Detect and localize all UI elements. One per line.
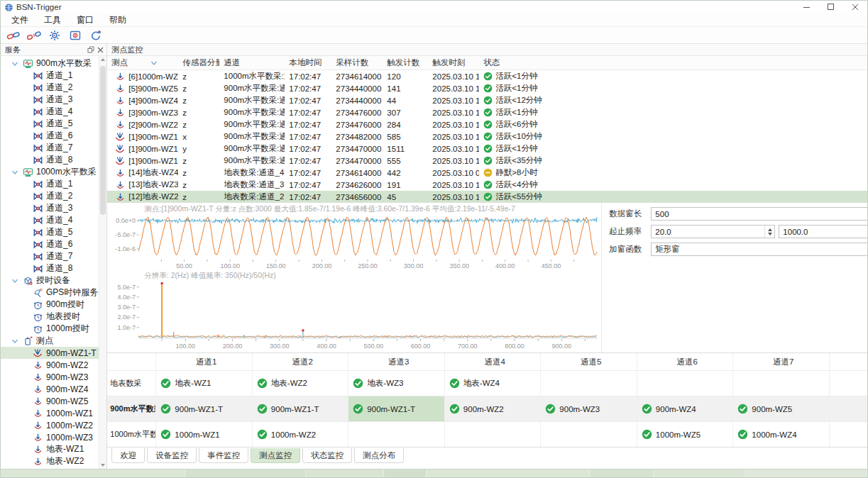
- assign-column-header[interactable]: 通道5: [540, 353, 637, 370]
- sidebar-item[interactable]: 通道_7: [1, 142, 106, 154]
- disconnect-icon[interactable]: [26, 28, 42, 43]
- chevron-down-icon[interactable]: [11, 278, 19, 284]
- column-header[interactable]: 本地时间: [285, 57, 331, 68]
- sidebar-item[interactable]: 地表授时: [1, 311, 106, 323]
- menu-item[interactable]: 窗口: [69, 14, 101, 26]
- freq-to-input[interactable]: [779, 226, 868, 238]
- assign-column-header[interactable]: 通道6: [637, 353, 733, 370]
- sidebar-item[interactable]: 通道_2: [1, 190, 106, 202]
- tab-active[interactable]: 测点监控: [251, 448, 300, 463]
- assign-cell[interactable]: 900m-WZ1-T: [348, 396, 444, 421]
- table-row[interactable]: [5]900m-WZ5z900m水平数采:通道_717:02:472734440…: [107, 82, 868, 94]
- sidebar-item[interactable]: 1000m水平数采: [1, 166, 106, 178]
- sidebar-item[interactable]: 900m-WZ3: [1, 371, 106, 383]
- table-row[interactable]: [1]900m-WZ1-Tx900m水平数采:通道_117:02:4727344…: [107, 130, 868, 143]
- assign-column-header[interactable]: 通道3: [348, 353, 444, 370]
- tab-item[interactable]: 事件监控: [199, 448, 248, 463]
- table-row[interactable]: [4]900m-WZ4z900m水平数采:通道_617:02:472734440…: [107, 94, 868, 106]
- sidebar-item[interactable]: 通道_4: [1, 106, 106, 118]
- assign-cell[interactable]: 900m-WZ2: [444, 396, 541, 421]
- sidebar-item[interactable]: 1000m-WZ1: [1, 407, 106, 419]
- sidebar-item[interactable]: 通道_8: [1, 262, 106, 274]
- table-row[interactable]: [13]地表-WZ3z地表数采:通道_317:02:47273462600019…: [107, 179, 868, 191]
- assign-column-header[interactable]: 通道1: [155, 353, 252, 370]
- close-panel-icon[interactable]: [97, 47, 104, 53]
- sidebar-item[interactable]: 通道_7: [1, 250, 106, 262]
- sidebar-item[interactable]: 900m-WZ4: [1, 383, 106, 395]
- window-fn-select[interactable]: 矩形窗: [651, 243, 868, 256]
- tab-item[interactable]: 欢迎: [111, 448, 145, 463]
- assign-cell[interactable]: 地表-WZ1: [155, 370, 252, 396]
- column-header[interactable]: 传感器分量: [178, 57, 219, 68]
- assign-cell[interactable]: 地表-WZ2: [252, 370, 348, 396]
- sidebar-item[interactable]: 900m授时: [1, 299, 106, 311]
- column-header[interactable]: 通道: [219, 57, 285, 68]
- sidebar-item[interactable]: 通道_8: [1, 154, 106, 166]
- sidebar-item[interactable]: 900m-WZ1-T: [1, 347, 106, 359]
- sidebar-item[interactable]: 授时设备: [1, 274, 106, 287]
- sidebar-item[interactable]: 通道_4: [1, 214, 106, 226]
- assign-cell[interactable]: 1000m-WZ5: [637, 421, 733, 447]
- maximize-button[interactable]: [819, 1, 843, 13]
- freq-from-input[interactable]: [652, 226, 764, 238]
- sidebar-item[interactable]: 1000m-WZ2: [1, 419, 106, 431]
- monitor-icon[interactable]: [67, 28, 83, 43]
- scroll-down-icon[interactable]: [99, 462, 106, 469]
- sidebar-item[interactable]: 通道_6: [1, 130, 106, 142]
- sidebar-item[interactable]: 1000m授时: [1, 323, 106, 335]
- sidebar-scrollbar[interactable]: [99, 56, 106, 469]
- table-row[interactable]: [14]地表-WZ4z地表数采:通道_417:02:47273461400044…: [107, 167, 868, 179]
- tab-item[interactable]: 状态监控: [302, 448, 352, 463]
- assign-cell[interactable]: 地表-WZ4: [444, 370, 541, 396]
- tab-item[interactable]: 设备监控: [147, 448, 197, 463]
- sidebar-item[interactable]: 地表-WZ2: [1, 455, 106, 467]
- refresh-icon[interactable]: [88, 28, 104, 43]
- sidebar-item[interactable]: 通道_1: [1, 70, 106, 82]
- close-button[interactable]: [843, 1, 867, 13]
- sidebar-item[interactable]: 通道_5: [1, 226, 106, 238]
- spinner-arrows[interactable]: [764, 226, 774, 238]
- assign-column-header[interactable]: 通道2: [252, 353, 348, 370]
- sidebar-item[interactable]: 地表-WZ1: [1, 443, 106, 455]
- table-row[interactable]: [1]900m-WZ1-Ty900m水平数采:通道_217:02:4727344…: [107, 143, 868, 155]
- assign-column-header[interactable]: 通道4: [444, 353, 541, 370]
- sidebar-item[interactable]: 通道_1: [1, 178, 106, 190]
- column-header[interactable]: 触发时刻: [428, 57, 479, 68]
- column-header[interactable]: 触发计数: [383, 57, 428, 68]
- tab-item[interactable]: 测点分布: [354, 448, 404, 463]
- connect-icon[interactable]: [6, 28, 21, 43]
- sidebar-item[interactable]: 测点: [1, 335, 106, 347]
- sort-chevron-icon[interactable]: [150, 60, 158, 66]
- column-header[interactable]: 测点: [107, 57, 178, 68]
- table-row[interactable]: [6]1000m-WZ1z1000m水平数采:通道_117:02:4727346…: [107, 70, 868, 82]
- chevron-down-icon[interactable]: [11, 169, 19, 175]
- scrollbar-thumb[interactable]: [100, 66, 106, 215]
- table-row[interactable]: [12]地表-WZ2z地表数采:通道_217:02:47273465600045…: [107, 191, 868, 203]
- sidebar-item[interactable]: 900m-WZ2: [1, 359, 106, 371]
- scroll-up-icon[interactable]: [99, 56, 106, 63]
- assign-cell[interactable]: 900m-WZ4: [637, 396, 733, 421]
- assign-cell[interactable]: 1000m-WZ2: [252, 421, 348, 447]
- sidebar-item[interactable]: 通道_3: [1, 94, 106, 106]
- column-header[interactable]: 采样计数: [331, 57, 383, 68]
- chevron-down-icon[interactable]: [11, 61, 19, 67]
- assign-cell[interactable]: 1000m-WZ4: [732, 421, 829, 447]
- sidebar-item[interactable]: 通道_6: [1, 238, 106, 250]
- sidebar-item[interactable]: 通道_3: [1, 202, 106, 214]
- assign-cell[interactable]: 900m-WZ1-T: [155, 396, 252, 421]
- table-row[interactable]: [1]900m-WZ1-Tz900m水平数采:通道_317:02:4727344…: [107, 155, 868, 167]
- settings-icon[interactable]: [47, 28, 62, 43]
- table-row[interactable]: [3]900m-WZ3z900m水平数采:通道_517:02:472734476…: [107, 106, 868, 118]
- assign-column-header[interactable]: 通道7: [732, 353, 829, 370]
- float-panel-icon[interactable]: [87, 46, 94, 53]
- column-header[interactable]: 状态: [479, 57, 868, 68]
- sidebar-item[interactable]: 1000m-WZ3: [1, 431, 106, 443]
- chevron-down-icon[interactable]: [11, 338, 19, 344]
- sidebar-item[interactable]: 900m水平数采: [1, 57, 106, 70]
- window-length-input[interactable]: [652, 208, 868, 220]
- assign-cell[interactable]: 1000m-WZ1: [155, 421, 252, 447]
- menu-item[interactable]: 文件: [4, 14, 36, 26]
- menu-item[interactable]: 工具: [36, 14, 69, 26]
- sidebar-item[interactable]: 900m-WZ5: [1, 395, 106, 407]
- assign-cell[interactable]: 地表-WZ3: [348, 370, 444, 396]
